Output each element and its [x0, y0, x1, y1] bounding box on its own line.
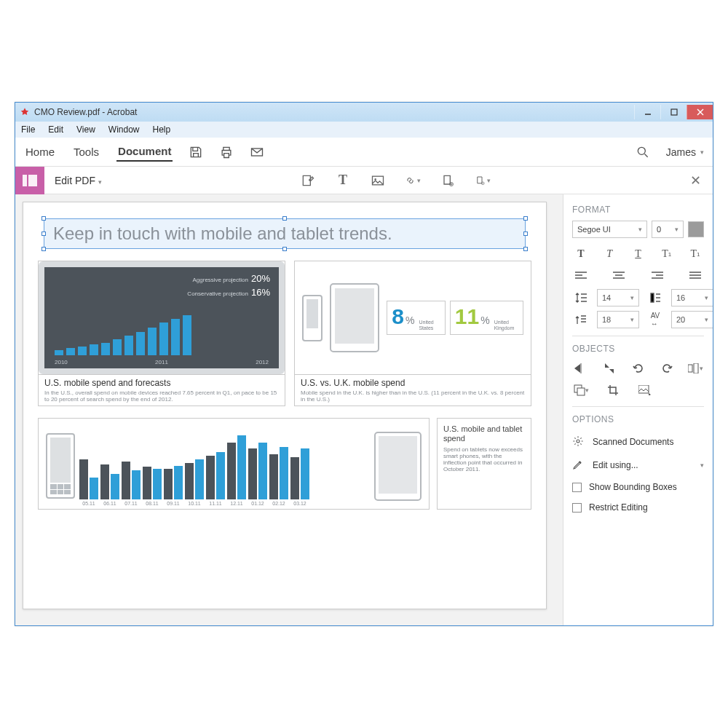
nav-home[interactable]: Home: [24, 143, 56, 161]
space-after-icon: [572, 311, 590, 328]
view-mode-button[interactable]: [15, 167, 44, 194]
char-spacing-input[interactable]: 20▾: [671, 311, 713, 328]
option-edit-using[interactable]: Edit using... ▾: [572, 454, 704, 477]
svg-rect-7: [23, 175, 27, 186]
arrange-icon[interactable]: ▾: [572, 381, 590, 399]
chart-caption: U.S. mobile and tablet spend Spend on ta…: [437, 418, 531, 510]
option-scanned-docs[interactable]: Scanned Documents: [572, 430, 704, 454]
app-window: CMO Review.pdf - Acrobat File Edit View …: [15, 102, 713, 626]
flip-horizontal-icon[interactable]: [572, 360, 590, 377]
nav-document[interactable]: Document: [116, 142, 173, 162]
menu-edit[interactable]: Edit: [48, 124, 63, 135]
flip-vertical-icon[interactable]: [601, 360, 618, 377]
option-show-bounding-boxes[interactable]: Show Bounding Boxes: [572, 477, 704, 497]
chart-mobile-tablet-spend: 05.1106.1107.1108.1109.1110.1111.1112.11…: [38, 418, 430, 510]
link-tool-icon[interactable]: ▾: [405, 173, 421, 189]
menu-help[interactable]: Help: [153, 124, 171, 135]
edit-pdf-dropdown[interactable]: Edit PDF ▾: [44, 175, 112, 186]
top-nav: Home Tools Document James▾: [15, 138, 713, 167]
stat-uk: 11%United Kingdom: [450, 301, 523, 334]
maximize-button[interactable]: [660, 105, 687, 119]
align-right-icon[interactable]: [649, 267, 666, 285]
rotate-cw-icon[interactable]: [658, 360, 676, 377]
format-panel: FORMAT Segoe UI▾ 0▾ T T T T1 T1 1: [563, 194, 713, 625]
user-name: James: [666, 146, 696, 158]
font-size-dropdown[interactable]: 0▾: [652, 221, 684, 238]
sub-toolbar: Edit PDF ▾ T ▾ ▾ ✕: [15, 167, 713, 194]
close-tool-icon[interactable]: ✕: [678, 173, 713, 189]
user-menu[interactable]: James▾: [666, 146, 704, 158]
replace-image-icon[interactable]: [636, 381, 654, 399]
tablet-icon: [374, 432, 422, 501]
align-objects-icon[interactable]: ▾: [687, 360, 704, 377]
phone-icon: [46, 433, 75, 499]
space-after-input[interactable]: 18▾: [597, 311, 639, 328]
underline-icon[interactable]: T: [630, 245, 647, 263]
selected-text-frame[interactable]: Keep in touch with mobile and tablet tre…: [44, 218, 526, 249]
italic-icon[interactable]: T: [601, 245, 618, 263]
menubar: File Edit View Window Help: [15, 122, 713, 138]
resize-handle[interactable]: [41, 232, 46, 236]
font-color-chip[interactable]: [688, 221, 704, 237]
menu-window[interactable]: Window: [108, 124, 140, 135]
window-title: CMO Review.pdf - Acrobat: [34, 107, 634, 117]
space-before-input[interactable]: 16▾: [671, 289, 713, 306]
header-footer-tool-icon[interactable]: ▾: [475, 173, 491, 189]
resize-handle[interactable]: [282, 216, 287, 221]
acrobat-logo-icon: [20, 107, 30, 117]
edit-tools: T ▾ ▾: [112, 173, 678, 189]
page-heading[interactable]: Keep in touch with mobile and tablet tre…: [53, 223, 516, 244]
stat-us: 8%United States: [387, 301, 446, 334]
search-icon[interactable]: [636, 145, 650, 159]
line-spacing-icon: [572, 289, 590, 306]
option-restrict-editing[interactable]: Restrict Editing: [572, 497, 704, 518]
svg-line-6: [644, 154, 647, 157]
rotate-ccw-icon[interactable]: [630, 360, 647, 377]
menu-file[interactable]: File: [21, 124, 35, 135]
line-spacing-input[interactable]: 14▾: [597, 289, 639, 306]
resize-handle[interactable]: [41, 216, 46, 221]
align-row: [572, 267, 704, 285]
svg-rect-1: [671, 109, 677, 115]
svg-rect-18: [638, 385, 649, 393]
add-image-tool-icon[interactable]: [370, 173, 386, 189]
document-canvas[interactable]: Keep in touch with mobile and tablet tre…: [15, 194, 563, 625]
align-left-icon[interactable]: [572, 267, 590, 285]
align-center-icon[interactable]: [610, 267, 628, 285]
resize-handle[interactable]: [523, 216, 528, 221]
nav-tools[interactable]: Tools: [72, 143, 100, 161]
font-family-dropdown[interactable]: Segoe UI▾: [572, 221, 647, 238]
edit-text-tool-icon[interactable]: [300, 173, 316, 189]
menu-view[interactable]: View: [76, 124, 95, 135]
chart-us-vs-uk: 8%United States 11%United Kingdom U.S. v…: [294, 261, 531, 406]
svg-rect-15: [694, 363, 698, 373]
crop-icon[interactable]: [604, 381, 622, 399]
options-header: OPTIONS: [572, 414, 704, 424]
mail-icon[interactable]: [250, 145, 264, 159]
close-button[interactable]: [687, 105, 713, 119]
resize-handle[interactable]: [523, 247, 528, 251]
chart-us-mobile-spend: Aggressive projection20% Conservative pr…: [38, 261, 285, 406]
print-icon[interactable]: [219, 145, 234, 159]
svg-rect-8: [28, 175, 37, 186]
checkbox-icon[interactable]: [572, 483, 582, 492]
resize-handle[interactable]: [523, 232, 528, 236]
crop-tool-icon[interactable]: [440, 173, 456, 189]
svg-point-5: [638, 147, 645, 154]
objects-header: OBJECTS: [572, 344, 704, 354]
checkbox-icon[interactable]: [572, 503, 582, 513]
save-icon[interactable]: [189, 145, 203, 159]
superscript-icon[interactable]: T1: [658, 245, 676, 263]
resize-handle[interactable]: [282, 247, 287, 251]
minimize-button[interactable]: [634, 105, 660, 119]
resize-handle[interactable]: [41, 247, 46, 251]
space-before-icon: [646, 289, 664, 306]
phone-icon: [302, 295, 323, 341]
text-style-row: T T T T1 T1: [572, 245, 704, 263]
bold-icon[interactable]: T: [572, 245, 590, 263]
align-justify-icon[interactable]: [687, 267, 704, 285]
gear-icon: [572, 435, 585, 448]
subscript-icon[interactable]: T1: [687, 245, 704, 263]
add-text-tool-icon[interactable]: T: [335, 173, 351, 189]
svg-point-19: [577, 440, 579, 443]
